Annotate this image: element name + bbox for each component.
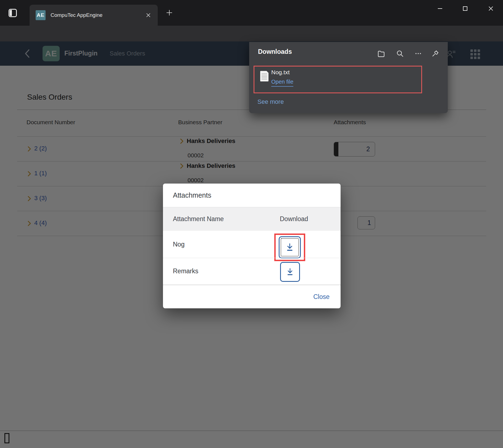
download-nog-button[interactable] [279,236,301,258]
maximize-icon [463,6,467,11]
dialog-footer: Close [163,285,341,308]
downloads-more-options-button[interactable] [413,49,423,59]
dialog-title: Attachments [173,184,211,207]
attachments-dialog: Attachments Attachment Name Download Nog… [163,184,341,308]
tab-favicon: AE [36,10,46,20]
close-window-button[interactable] [484,3,497,14]
maximize-button[interactable] [459,3,472,14]
more-options-icon [418,53,419,54]
search-downloads-button[interactable] [395,49,405,59]
open-file-link[interactable]: Open file [271,79,293,87]
dialog-table-header: Attachment Name Download [163,207,341,231]
see-more-link[interactable]: See more [257,98,284,105]
workspaces-button[interactable] [7,7,19,19]
tab-close-button[interactable] [145,12,152,18]
pin-downloads-button[interactable] [430,49,440,59]
download-icon [285,243,294,252]
file-icon [260,71,268,81]
attachment-name: Remarks [173,267,198,275]
minimize-button[interactable] [434,3,446,14]
new-tab-button[interactable] [165,9,173,17]
download-icon [286,267,294,276]
minimize-icon [438,8,442,9]
browser-toolbar: localhost:54000/webcontent/launchpad/web… [0,26,503,41]
browser-tab[interactable]: AE CompuTec AppEngine [30,5,158,26]
attachment-name: Nog [173,241,185,248]
search-icon [396,50,404,57]
downloads-panel: Downloads Nog.txt Op [249,42,448,113]
pin-icon [431,50,439,57]
workspaces-icon [9,9,17,17]
folder-icon [377,49,385,58]
tab-strip: AE CompuTec AppEngine [0,0,503,26]
close-icon [146,13,151,17]
tab-title: CompuTec AppEngine [51,12,102,18]
downloads-panel-title: Downloads [258,48,292,55]
row-divider [163,258,341,258]
close-icon [488,6,493,11]
open-downloads-folder-button[interactable] [376,49,386,59]
download-file-name: Nog.txt [271,69,290,76]
browser-window: AE CompuTec AppEngine [0,0,503,448]
close-dialog-button[interactable]: Close [313,285,330,308]
download-item[interactable]: Nog.txt Open file [254,67,421,92]
download-remarks-button[interactable] [280,262,300,282]
column-header-download: Download [280,215,308,223]
column-header-attachment-name: Attachment Name [173,215,224,223]
